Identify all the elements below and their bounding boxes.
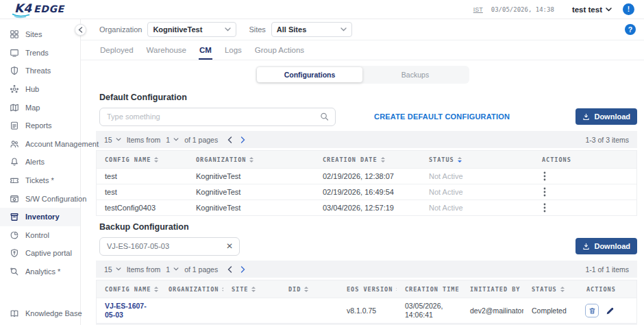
sidebar-item-account-management[interactable]: Account Management [0,135,80,154]
col-creation-date: CREATION DATE [323,156,377,163]
sort-icon[interactable] [154,157,158,162]
cell-creation-date: 02/19/2026, 16:49:54 [314,188,421,196]
sort-icon[interactable] [249,157,253,162]
chevron-down-icon [173,267,179,271]
search-icon[interactable] [320,112,329,121]
tab-logs[interactable]: Logs [224,46,243,60]
toggle-configurations[interactable]: Configurations [257,67,362,82]
table-row: VJ-ES-1607-05-03 v8.1.0.75 03/05/2026, 1… [97,298,636,323]
sidebar-item-threats[interactable]: Threats [0,62,80,80]
sort-icon-active[interactable] [458,157,462,162]
sidebar-item-label: Sites [25,30,42,38]
page-size-value: 15 [104,265,112,274]
row-actions-menu-icon[interactable] [534,187,636,197]
items-range-label: 1-1 of 1 items [585,265,629,274]
sidebar-item-label: Map [25,104,40,112]
prev-page-icon[interactable] [227,266,232,273]
create-default-configuration-link[interactable]: CREATE DEFAULT CONFIGURATION [374,112,510,121]
tab-warehouse[interactable]: Warehouse [146,46,187,60]
chevron-down-icon [225,27,231,32]
sidebar-item-analytics[interactable]: Analytics * [0,263,80,281]
knowledge-book-icon [10,309,19,318]
sort-icon[interactable] [381,157,385,162]
page-size-select[interactable]: 15 [104,136,121,144]
status-badge: Completed [523,306,578,315]
sidebar-item-sw-configuration[interactable]: S/W Configuration [0,189,80,208]
sidebar-item-label: Trends [25,49,49,57]
sidebar-item-tickets[interactable]: Tickets * [0,171,80,190]
download-label: Download [594,242,630,250]
delete-button[interactable] [585,304,599,317]
sidebar-collapse-button[interactable] [75,24,86,36]
cell-creation-time: 03/05/2026, 14:06:41 [397,302,462,320]
prev-page-icon[interactable] [227,136,232,143]
monitor-icon [10,48,19,58]
sort-icon[interactable] [251,287,256,292]
users-icon [10,139,19,149]
page-select[interactable]: 1 [166,136,179,144]
col-status: STATUS [429,156,454,163]
organization-select[interactable]: KognitiveTest [147,22,236,37]
sidebar-item-knowledge-base[interactable]: Knowledge Base [0,304,80,322]
pagination-arrows [227,266,245,273]
cell-config-name: test [97,188,188,196]
notification-badge-icon[interactable]: ! [623,3,634,15]
tab-deployed[interactable]: Deployed [99,46,134,60]
cell-creation-date: 02/19/2026, 12:38:07 [314,172,421,180]
items-from-label: Items from [127,265,161,274]
sort-icon[interactable] [154,287,158,292]
sidebar-item-map[interactable]: Map [0,98,80,117]
row-actions-menu-icon[interactable] [534,203,636,213]
row-actions-menu-icon[interactable] [534,171,636,181]
tab-group-actions[interactable]: Group Actions [254,46,305,60]
chevron-down-icon [116,138,121,141]
toggle-backups[interactable]: Backups [362,67,468,82]
cell-creation-date: 03/04/2026, 12:57:19 [314,204,421,212]
grid-icon [10,29,19,39]
sidebar-item-label: Analytics * [25,267,60,276]
sidebar-item-captive-portal[interactable]: Captive portal [0,244,80,263]
sidebar-item-inventory[interactable]: Inventory [0,208,80,226]
timezone-link[interactable]: IST [473,6,483,13]
sidebar-item-kontrol[interactable]: Kontrol [0,226,80,245]
edit-button[interactable] [606,306,615,315]
user-menu[interactable]: test test [572,5,612,14]
map-icon [10,103,19,112]
sidebar-item-hub[interactable]: Hub [0,80,80,99]
row-actions [578,304,636,317]
sort-icon[interactable] [304,287,308,292]
default-config-download-button[interactable]: Download [575,108,637,125]
cell-initiated-by: dev2@mailinator... [462,306,523,315]
page-value: 1 [166,136,170,144]
clear-search-icon[interactable]: ✕ [226,242,233,250]
col-actions: ACTIONS [586,286,616,293]
col-actions: ACTIONS [542,156,571,163]
status-badge: Not Active [421,204,534,212]
sidebar-item-reports[interactable]: Reports [0,117,80,135]
tab-cm[interactable]: CM [199,46,212,60]
download-label: Download [594,112,630,121]
default-config-search-input[interactable] [100,108,335,125]
default-config-pagination: 15 Items from 1 of 1 pages 1-3 of 3 item… [96,131,637,148]
col-eos-version: EOS VERSION [347,286,393,293]
inventory-box-icon [10,212,19,221]
sidebar-item-sites[interactable]: Sites [0,25,80,44]
col-creation-time: CREATION TIME [405,286,460,293]
sidebar-item-alerts[interactable]: Alerts [0,153,80,171]
sites-select[interactable]: All Sites [271,22,352,37]
sidebar-item-trends[interactable]: Trends [0,44,80,62]
trash-icon [589,307,596,315]
backup-config-download-button[interactable]: Download [575,238,637,254]
next-page-icon[interactable] [240,266,245,273]
page-size-select[interactable]: 15 [104,265,121,274]
page-select[interactable]: 1 [166,265,179,274]
user-name: test test [572,5,602,14]
next-page-icon[interactable] [240,136,245,143]
backup-config-name-link[interactable]: VJ-ES-1607-05-03 [105,302,147,319]
shield-person-icon [10,248,19,258]
chevron-down-icon [116,267,121,271]
help-icon[interactable]: ? [625,24,636,35]
backup-config-search-input[interactable] [100,238,239,255]
sort-icon[interactable] [560,287,565,292]
cell-config-name: test [97,172,188,180]
